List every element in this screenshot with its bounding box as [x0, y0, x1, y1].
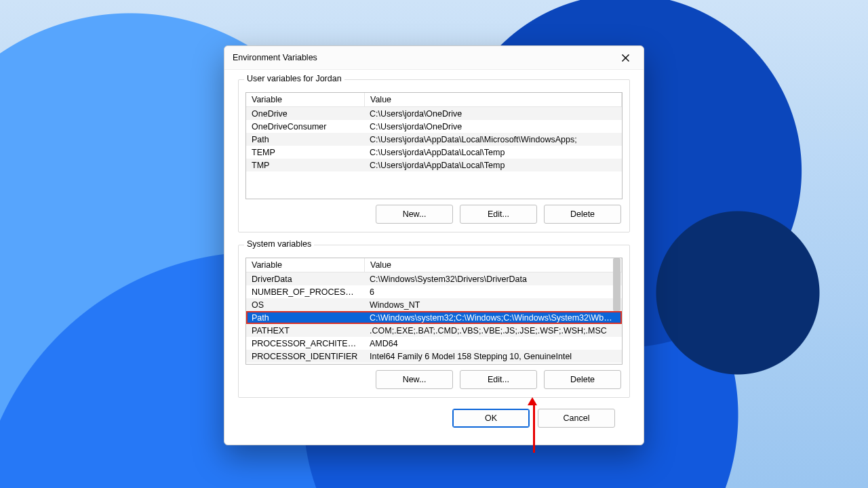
user-col-value[interactable]: Value	[365, 93, 622, 106]
system-list-cell-value: C:\Windows\System32\Drivers\DriverData	[364, 274, 622, 284]
user-list-header: Variable Value	[246, 93, 622, 107]
system-list-cell-variable: PATHEXT	[246, 326, 364, 336]
dialog-title: Environment Variables	[233, 53, 612, 62]
user-list-cell-value: C:\Users\jorda\AppData\Local\Temp	[364, 161, 622, 170]
user-list-cell-variable: OneDriveConsumer	[246, 122, 364, 131]
system-list-cell-value: .COM;.EXE;.BAT;.CMD;.VBS;.VBE;.JS;.JSE;.…	[364, 326, 622, 336]
system-list-row[interactable]: PathC:\Windows\system32;C:\Windows;C:\Wi…	[246, 311, 622, 324]
system-list-wrap: Variable Value DriverDataC:\Windows\Syst…	[245, 258, 623, 365]
user-list-row[interactable]: PathC:\Users\jorda\AppData\Local\Microso…	[246, 133, 622, 146]
user-list-cell-value: C:\Users\jorda\AppData\Local\Temp	[364, 148, 622, 157]
user-col-variable[interactable]: Variable	[246, 93, 365, 106]
system-list-cell-value: 6	[364, 287, 622, 297]
system-list-cell-value: Windows_NT	[364, 300, 622, 310]
system-list-cell-variable: Path	[246, 313, 364, 323]
user-variables-group: User variables for Jordan Variable Value…	[238, 79, 630, 232]
system-list-row[interactable]: DriverDataC:\Windows\System32\Drivers\Dr…	[246, 272, 622, 285]
system-list-cell-variable: PROCESSOR_IDENTIFIER	[246, 352, 364, 361]
system-list-cell-value: C:\Windows\system32;C:\Windows;C:\Window…	[364, 313, 622, 323]
system-col-variable[interactable]: Variable	[246, 258, 365, 272]
system-variables-legend: System variables	[244, 239, 314, 249]
user-list-cell-variable: TEMP	[246, 148, 364, 157]
user-list-row[interactable]: TMPC:\Users\jorda\AppData\Local\Temp	[246, 159, 622, 171]
system-delete-button[interactable]: Delete	[544, 370, 621, 389]
user-list-cell-variable: TMP	[246, 161, 364, 170]
system-list-row[interactable]: NUMBER_OF_PROCESSORS6	[246, 285, 622, 298]
system-new-button[interactable]: New...	[376, 370, 453, 389]
system-list-cell-variable: OS	[246, 300, 364, 310]
user-list-row[interactable]: OneDriveC:\Users\jorda\OneDrive	[246, 107, 622, 120]
user-list-row[interactable]: TEMPC:\Users\jorda\AppData\Local\Temp	[246, 146, 622, 159]
system-col-value[interactable]: Value	[365, 258, 622, 272]
system-list-row[interactable]: OSWindows_NT	[246, 298, 622, 311]
system-list-cell-value: Intel64 Family 6 Model 158 Stepping 10, …	[364, 352, 622, 361]
system-list-cell-variable: NUMBER_OF_PROCESSORS	[246, 287, 364, 297]
cancel-button[interactable]: Cancel	[538, 409, 615, 428]
scrollbar-thumb[interactable]	[613, 258, 620, 311]
close-icon	[622, 54, 629, 62]
system-list-row[interactable]: PATHEXT.COM;.EXE;.BAT;.CMD;.VBS;.VBE;.JS…	[246, 324, 622, 337]
user-list-cell-value: C:\Users\jorda\OneDrive	[364, 122, 622, 131]
user-list-cell-variable: OneDrive	[246, 109, 364, 119]
close-button[interactable]	[612, 49, 638, 66]
user-variables-list[interactable]: Variable Value OneDriveC:\Users\jorda\On…	[245, 92, 623, 199]
system-edit-button[interactable]: Edit...	[460, 370, 537, 389]
system-buttons-row: New... Edit... Delete	[245, 365, 623, 390]
user-list-row[interactable]: OneDriveConsumerC:\Users\jorda\OneDrive	[246, 120, 622, 133]
system-list-row[interactable]: PROCESSOR_ARCHITECTUREAMD64	[246, 337, 622, 350]
user-new-button[interactable]: New...	[376, 205, 453, 224]
user-edit-button[interactable]: Edit...	[460, 205, 537, 224]
system-list-cell-value: AMD64	[364, 339, 622, 348]
system-list-row[interactable]: PROCESSOR_IDENTIFIERIntel64 Family 6 Mod…	[246, 350, 622, 363]
system-list-cell-variable: DriverData	[246, 274, 364, 284]
system-variables-list[interactable]: Variable Value DriverDataC:\Windows\Syst…	[245, 258, 623, 365]
user-list-cell-variable: Path	[246, 135, 364, 144]
system-list-cell-variable: PROCESSOR_ARCHITECTURE	[246, 339, 364, 348]
user-list-cell-value: C:\Users\jorda\OneDrive	[364, 109, 622, 119]
dialog-footer: OK Cancel	[238, 402, 630, 428]
system-list-scrollbar[interactable]	[612, 258, 622, 364]
system-variables-group: System variables Variable Value DriverDa…	[238, 245, 630, 398]
titlebar: Environment Variables	[224, 46, 644, 70]
user-list-cell-value: C:\Users\jorda\AppData\Local\Microsoft\W…	[364, 135, 622, 144]
ok-button[interactable]: OK	[452, 409, 530, 428]
environment-variables-dialog: Environment Variables User variables for…	[224, 45, 644, 445]
user-buttons-row: New... Edit... Delete	[245, 199, 623, 225]
system-list-header: Variable Value	[246, 258, 622, 272]
user-variables-legend: User variables for Jordan	[244, 74, 344, 83]
user-delete-button[interactable]: Delete	[544, 205, 621, 224]
